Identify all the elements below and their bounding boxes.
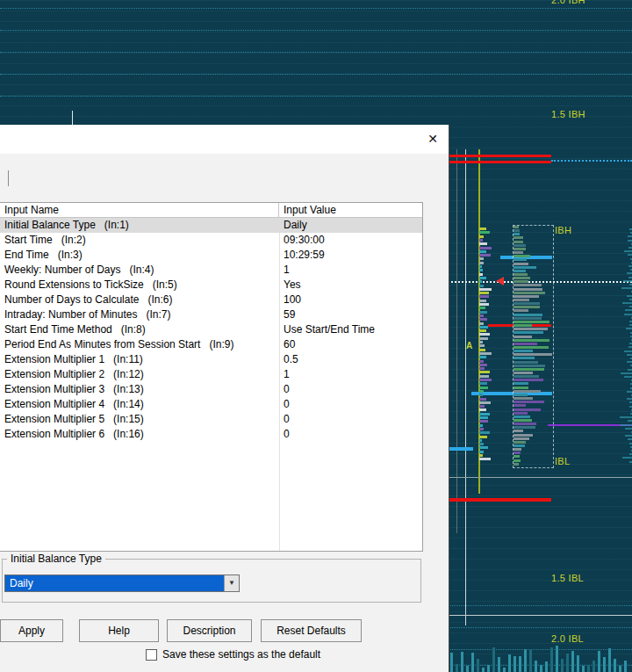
input-row[interactable]: Extension Multiplier 2 (In:12)1 [0,367,422,382]
profile-bar [514,263,528,265]
input-table-body: Initial Balance Type (In:1)DailyStart Ti… [0,218,422,442]
input-row[interactable]: Extension Multiplier 6 (In:16)0 [0,427,422,442]
bottom-volume-bar [556,646,558,672]
tpo-bar [479,428,484,430]
help-button[interactable]: Help [79,619,159,642]
input-row[interactable]: Round Extensions to TickSize (In:5)Yes [0,278,422,293]
input-name-cell: Extension Multiplier 4 (In:14) [0,397,279,412]
input-value-cell: 1 [279,367,422,382]
bottom-volume-bar [577,655,579,672]
profile-bar [514,331,543,334]
input-value-cell: 0.5 [279,352,422,367]
tpo-bar [479,250,486,253]
input-row[interactable]: Extension Multiplier 5 (In:15)0 [0,412,422,427]
profile-bar [514,361,538,364]
profile-bar [514,236,523,239]
edge-volume-bar [628,277,632,278]
edge-volume-bar [629,321,632,322]
edge-volume-bar [625,309,632,311]
edge-volume-bar [627,361,632,363]
bottom-volume-bar [461,652,463,672]
tpo-bar [479,367,485,370]
tpo-bar [479,280,482,283]
input-row[interactable]: Extension Multiplier 4 (In:14)0 [0,397,422,412]
gray-price-line [449,477,632,478]
input-row[interactable]: Weekly: Number of Days (In:4)1 [0,263,422,278]
edge-volume-bar [627,354,632,356]
profile-bar [514,280,528,283]
edge-volume-bar [628,369,632,371]
edge-volume-bar [622,302,632,304]
input-name-cell: Start Time (In:2) [0,233,279,248]
save-default-checkbox[interactable] [146,649,157,661]
bottom-volume-bar [571,651,574,672]
input-name-header[interactable]: Input Name [0,203,279,217]
tpo-bar [479,344,485,347]
profile-bar [514,241,523,243]
bottom-volume-bar [592,661,595,672]
volume-profile-main [513,225,554,468]
tpo-bar [479,356,486,358]
profile-bar [514,365,545,367]
input-row[interactable]: Period End As Minutes from Session Start… [0,337,422,352]
description-button[interactable]: Description [167,619,252,642]
red-price-line-upper-1 [449,155,551,157]
profile-bar [514,390,541,393]
tpo-profile-thin [479,228,493,463]
input-row[interactable]: Initial Balance Type (In:1)Daily [0,218,422,233]
input-row[interactable]: Number of Days to Calculate (In:6)100 [0,293,422,307]
bottom-volume-bar [550,647,553,672]
bottom-volume-bar [614,659,616,672]
profile-bar [514,255,530,257]
profile-bar [514,353,552,356]
edge-volume-bar [621,372,632,374]
edge-volume-bar [627,272,632,274]
edge-volume-bar [625,428,632,430]
profile-bar [514,463,519,466]
label-1-5-ibl: 1.5 IBL [551,573,584,583]
tpo-bar [479,242,487,245]
tpo-bar [479,424,483,427]
profile-bar [514,288,542,291]
input-value-cell: 1 [279,263,422,278]
profile-bar [514,404,526,407]
reset-defaults-button[interactable]: Reset Defaults [261,619,362,642]
input-row[interactable]: Start End Time Method (In:8)Use Start/En… [0,322,422,337]
input-name-cell: Period End As Minutes from Session Start… [0,337,279,352]
label-ibh: IBH [555,225,571,235]
input-value-cell: 0 [279,427,422,442]
tpo-bar [479,329,486,332]
edge-volume-bar [628,420,632,422]
bottom-volume-bar [498,657,500,672]
profile-bar [514,455,520,458]
profile-bar [514,321,549,323]
tpo-bar [479,405,485,408]
tpo-bar [479,337,488,340]
input-name-cell: Weekly: Number of Days (In:4) [0,263,279,278]
close-icon[interactable]: ✕ [423,130,442,148]
profile-bar [514,423,536,425]
input-row[interactable]: Intraday: Number of Minutes (In:7)59 [0,307,422,322]
initial-balance-type-combo[interactable]: Daily ▼ [4,574,240,592]
tpo-bar [479,322,484,325]
input-row[interactable]: Extension Multiplier 1 (In:11)0.5 [0,352,422,367]
profile-bar [514,426,535,429]
input-row[interactable]: End Time (In:3)10:29:59 [0,248,422,263]
edge-volume-bar [620,424,632,426]
chevron-down-icon[interactable]: ▼ [224,575,239,591]
edge-volume-bar [623,280,632,282]
tpo-bar [479,300,486,302]
tpo-bar [479,273,483,276]
input-value-cell: 59 [279,307,422,322]
profile-bar [514,226,519,228]
apply-button[interactable]: Apply [0,619,63,642]
profile-bar [514,336,532,338]
edge-volume-bar [627,295,632,297]
input-row[interactable]: Start Time (In:2)09:30:00 [0,233,422,248]
input-value-header[interactable]: Input Value [279,203,422,217]
edge-volume-bar [629,443,632,444]
input-value-cell: 0 [279,397,422,412]
edge-volume-bar [628,346,632,348]
input-row[interactable]: Extension Multiplier 3 (In:13)0 [0,382,422,397]
bottom-volume-bar [582,666,585,672]
